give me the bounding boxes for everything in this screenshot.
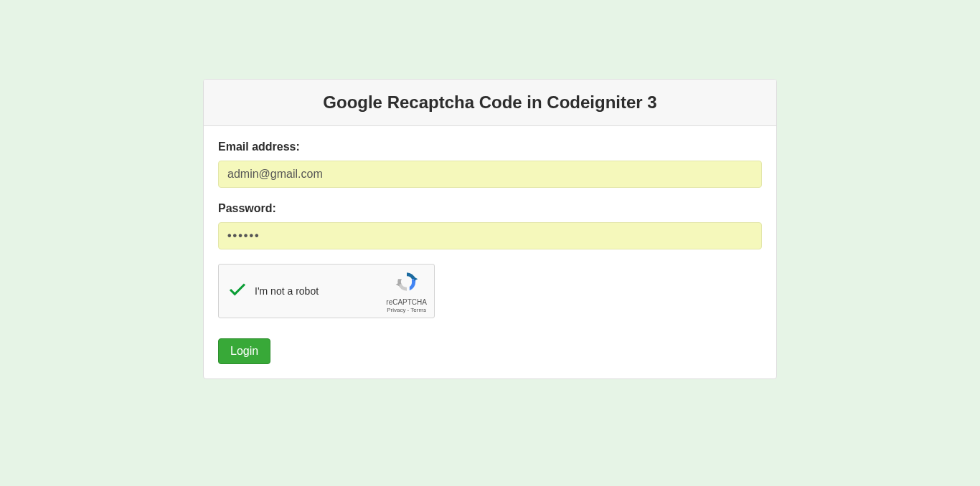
recaptcha-branding: reCAPTCHA Privacy - Terms: [386, 270, 427, 313]
recaptcha-privacy-link[interactable]: Privacy: [387, 307, 405, 313]
password-group: Password:: [218, 202, 762, 249]
recaptcha-checkbox[interactable]: [227, 281, 248, 301]
recaptcha-terms-link[interactable]: Terms: [410, 307, 426, 313]
svg-marker-0: [414, 277, 418, 281]
email-field[interactable]: [218, 161, 762, 188]
page-title: Google Recaptcha Code in Codeigniter 3: [218, 92, 762, 113]
email-label: Email address:: [218, 140, 762, 153]
recaptcha-label: I'm not a robot: [255, 285, 319, 297]
recaptcha-widget: I'm not a robot reCAPTCHA Privacy - Term…: [218, 264, 435, 318]
recaptcha-brand-text: reCAPTCHA: [386, 298, 427, 306]
password-field[interactable]: [218, 222, 762, 249]
panel-header: Google Recaptcha Code in Codeigniter 3: [204, 80, 776, 126]
email-group: Email address:: [218, 140, 762, 188]
login-panel: Google Recaptcha Code in Codeigniter 3 E…: [203, 79, 777, 379]
password-label: Password:: [218, 202, 762, 215]
checkmark-icon: [227, 279, 248, 303]
svg-marker-1: [395, 282, 399, 286]
panel-body: Email address: Password: I'm not a robot: [204, 126, 776, 378]
recaptcha-logo-icon: [395, 270, 418, 296]
recaptcha-links: Privacy - Terms: [387, 307, 426, 313]
login-button[interactable]: Login: [218, 338, 270, 364]
